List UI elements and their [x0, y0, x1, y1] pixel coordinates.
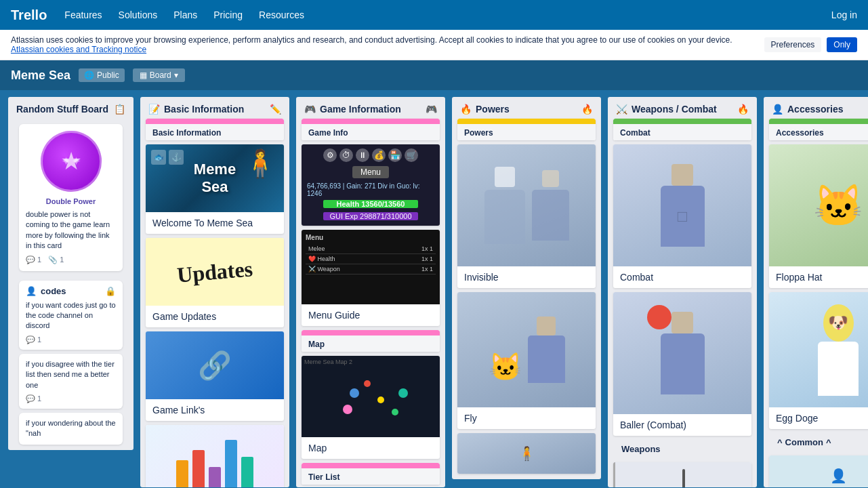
meme-sea-decorations: 🐟 ⚓: [151, 150, 184, 165]
list-game: 🎮 Game Information 🎮 Game Info ⚙ ⏱ ⏸ 💰 🏪: [296, 97, 445, 487]
fire-icon-weapons: 🔥: [737, 104, 749, 115]
card-combat-header[interactable]: Combat: [613, 119, 751, 140]
card-menu-guide[interactable]: Menu Melee1x 1 ❤️ Health1x 1 ⚔️ Weapon1x…: [302, 230, 440, 326]
card-acc-header[interactable]: Accessories: [769, 119, 868, 140]
attachment-icon: 📎 1: [48, 256, 64, 264]
nav-plans[interactable]: Plans: [167, 5, 204, 24]
double-power-footer: 💬 1 📎 1: [26, 256, 116, 264]
meme-sea-text: MemeSea: [194, 161, 236, 196]
nav-solutions[interactable]: Solutions: [112, 5, 165, 24]
basic-info-section-label: Basic Information: [146, 124, 284, 140]
board-view-button[interactable]: ▦ Board ▾: [133, 68, 185, 82]
hud-gui-bar: GUI Exp 298871/310000: [323, 212, 418, 220]
star-overlay: ✦✦: [41, 131, 102, 192]
card-common-bottom[interactable]: 👤: [769, 455, 868, 487]
list-cards-weapons: Combat □ Combat: [608, 119, 757, 487]
card-gameinfo-header[interactable]: Game Info: [302, 119, 440, 140]
combat-figure: □: [661, 164, 705, 247]
card-tier[interactable]: if you disagree with the tier list then …: [19, 354, 123, 409]
card-label-green-acc: [769, 119, 868, 124]
board-icon: ▦: [140, 70, 147, 80]
card-nah[interactable]: if your wondering about the "nah: [19, 413, 123, 445]
list-header-weapons: ⚔️ Weapons / Combat 🔥: [608, 97, 757, 119]
hud-icon-1: ⚙: [323, 148, 337, 162]
card-welcome[interactable]: 🐟 ⚓ MemeSea 🧍 Welcome To Meme Sea: [146, 144, 284, 234]
top-navigation: Trello Features Solutions Plans Pricing …: [0, 0, 868, 30]
note-icon: 📝: [148, 104, 160, 115]
baller-figure: [661, 312, 705, 394]
map-label-1: Meme Sea Map 2: [304, 359, 352, 365]
card-title-fly: Fly: [457, 407, 596, 429]
card-map[interactable]: Meme Sea Map 2 Map: [302, 356, 440, 459]
list-title-game: Game Information: [320, 104, 401, 115]
caret-right: ^: [826, 437, 831, 447]
card-image-hud: ⚙ ⏱ ⏸ 💰 🏪 🛒 Menu 64,766,693 | Gain: 271 …: [302, 144, 440, 226]
cookie-link[interactable]: Atlassian cookies and Tracking notice: [11, 45, 146, 54]
common-label: Common: [785, 437, 823, 447]
card-weapons-bottom[interactable]: [613, 462, 751, 487]
chart-bar-3: [209, 467, 221, 487]
card-game-hud[interactable]: ⚙ ⏱ ⏸ 💰 🏪 🛒 Menu 64,766,693 | Gain: 271 …: [302, 144, 440, 226]
common-placeholder: 👤: [769, 455, 868, 487]
menu-row-2: ❤️ Health1x 1: [306, 254, 436, 264]
trello-logo: Trello: [11, 7, 47, 23]
card-invisible[interactable]: Invisible: [457, 144, 596, 288]
card-basic-info-header[interactable]: Basic Information: [146, 119, 284, 140]
card-title-map: Map: [302, 437, 440, 459]
nav-features[interactable]: Features: [58, 5, 108, 24]
game-info-section-label: Game Info: [302, 124, 440, 140]
card-powers-bottom[interactable]: 🧍: [457, 433, 596, 474]
card-combat[interactable]: □ Combat: [613, 144, 751, 288]
list-accessories: 👤 Accessories 👤 Accessories 🐱 Floppa Hat: [764, 97, 868, 487]
preferences-button[interactable]: Preferences: [764, 37, 822, 52]
card-label-green: [613, 119, 751, 124]
list-title-accessories: Accessories: [787, 104, 844, 115]
list-cards-powers: Powers Invisible: [452, 119, 601, 479]
card-chart[interactable]: [146, 425, 284, 487]
invisible-figure: [484, 167, 525, 244]
card-links[interactable]: 🔗 Game Link's: [146, 331, 284, 421]
list-title-powers: Powers: [476, 104, 510, 115]
list-header-powers: 🔥 Powers 🔥: [452, 97, 601, 119]
menu-row-1: Melee1x 1: [306, 244, 436, 254]
board-visibility[interactable]: 🌐 Public: [79, 68, 125, 82]
chart-bar-1: [176, 460, 188, 487]
card-double-power[interactable]: ★ ✦✦ Double Power double power is not co…: [19, 124, 123, 271]
card-map-header[interactable]: Map: [302, 330, 440, 352]
cat-figure: 🐱: [489, 351, 522, 383]
login-link[interactable]: Log in: [831, 9, 857, 20]
card-codes[interactable]: 👤 codes 🔒 if you want codes just go to t…: [19, 281, 123, 350]
list-header-random: Random Stuff Board 📋: [8, 97, 133, 119]
card-image-egg: 🐶: [769, 292, 868, 407]
card-label-yellow-powers: [457, 119, 596, 124]
list-header-accessories: 👤 Accessories 👤: [764, 97, 868, 119]
card-updates[interactable]: Updates Game Updates: [146, 238, 284, 327]
hud-icon-3: ⏸: [356, 148, 369, 162]
card-egg-doge[interactable]: 🐶 Egg Doge: [769, 292, 868, 429]
board-header: Meme Sea 🌐 Public ▦ Board ▾: [0, 60, 868, 90]
card-tier-header[interactable]: Tier List: [302, 463, 440, 485]
menu-title: Menu: [306, 234, 436, 241]
globe-icon: 🌐: [84, 70, 94, 80]
nav-pricing[interactable]: Pricing: [207, 5, 249, 24]
codes-footer: 💬 1: [26, 336, 116, 344]
card-powers-header[interactable]: Powers: [457, 119, 596, 140]
card-baller[interactable]: Baller (Combat): [613, 292, 751, 436]
card-title-links: Game Link's: [146, 399, 284, 421]
card-fly[interactable]: 🐱 Fly: [457, 292, 596, 429]
ok-button[interactable]: Only: [827, 37, 857, 52]
card-image-updates: Updates: [146, 238, 284, 306]
card-label-pink-tier: [302, 463, 440, 468]
weapon-icon: [682, 469, 685, 487]
hud-health-bar: Health 13560/13560: [323, 200, 418, 208]
caret-left: ^: [777, 437, 783, 447]
card-floppa[interactable]: 🐱 Floppa Hat: [769, 144, 868, 288]
acc-section-label: Accessories: [769, 124, 868, 140]
weapons-subsection: Weapons: [613, 440, 751, 458]
card-image-invisible: [457, 144, 596, 266]
list-cards-accessories: Accessories 🐱 Floppa Hat 🐶 Egg Doge: [764, 119, 868, 487]
card-image-baller: [613, 292, 751, 414]
nav-resources[interactable]: Resources: [252, 5, 311, 24]
card-title-egg-doge: Egg Doge: [769, 407, 868, 429]
card-image-bottom: 🧍: [457, 433, 596, 474]
